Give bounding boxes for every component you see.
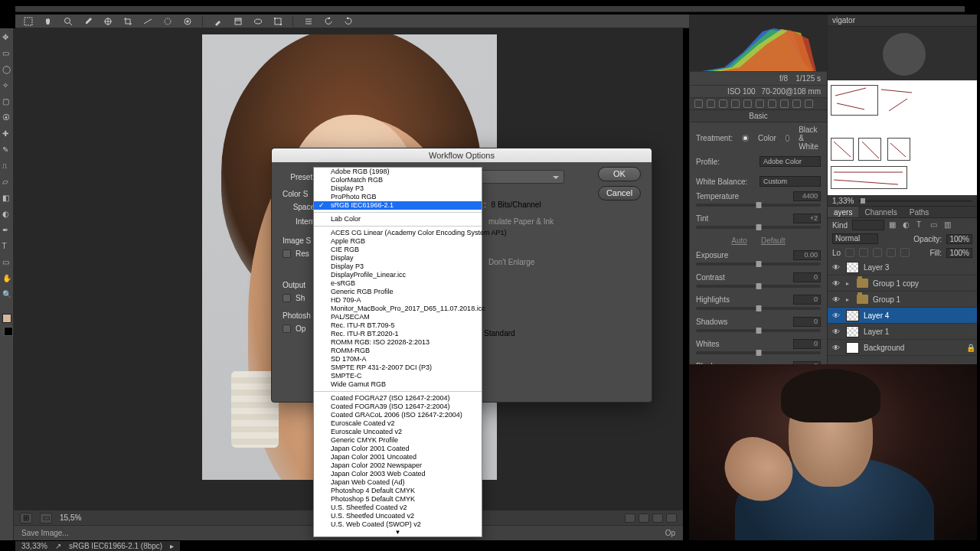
ok-button[interactable]: OK bbox=[598, 167, 641, 181]
dropdown-item[interactable]: Coated FOGRA39 (ISO 12647-2:2004) bbox=[314, 403, 482, 411]
contrast-value[interactable]: 0 bbox=[793, 272, 821, 282]
dropdown-item[interactable]: Coated FOGRA27 (ISO 12647-2:2004) bbox=[314, 394, 482, 403]
temperature-value[interactable]: 4400 bbox=[793, 191, 821, 201]
zoom-fit-icon[interactable]: ⊞ bbox=[20, 513, 32, 523]
layer-row[interactable]: 👁Layer 1 bbox=[828, 324, 977, 340]
rotate-cw-icon[interactable] bbox=[343, 16, 353, 26]
visibility-icon[interactable]: 👁 bbox=[831, 344, 841, 352]
layer-thumbnail[interactable] bbox=[846, 310, 859, 321]
resize-checkbox[interactable] bbox=[283, 249, 291, 258]
background-color-swatch[interactable] bbox=[4, 327, 13, 336]
dropdown-item[interactable]: Rec. ITU-R BT.2020-1 bbox=[314, 330, 482, 338]
treatment-bw-radio[interactable] bbox=[786, 135, 789, 142]
dropdown-item[interactable]: U.S. Sheetfed Coated v2 bbox=[314, 504, 482, 512]
blend-mode-select[interactable]: Normal bbox=[832, 233, 878, 244]
layer-thumbnail[interactable] bbox=[846, 326, 859, 337]
panel-tab-icons[interactable] bbox=[690, 98, 827, 110]
dropdown-item[interactable]: e-sRGB bbox=[314, 279, 482, 288]
amount-select[interactable]: Standard bbox=[484, 329, 515, 337]
shadows-value[interactable]: 0 bbox=[793, 317, 821, 327]
hand-tool-icon[interactable]: ✋ bbox=[2, 274, 11, 283]
layer-name[interactable]: Layer 1 bbox=[864, 328, 889, 336]
navigator-zoom-bar[interactable]: 1,33% bbox=[828, 195, 977, 206]
dropdown-item[interactable]: ProPhoto RGB bbox=[314, 193, 482, 201]
open-in-ps-checkbox[interactable] bbox=[283, 324, 291, 333]
view-before-after-h-icon[interactable] bbox=[639, 514, 649, 523]
dropdown-scroll-down-icon[interactable]: ▼ bbox=[314, 529, 482, 536]
view-before-after-v-icon[interactable] bbox=[652, 514, 663, 523]
exposure-value[interactable]: 0.00 bbox=[793, 250, 821, 260]
auto-link[interactable]: Auto bbox=[731, 236, 747, 245]
arrow-icon[interactable]: ↗ bbox=[55, 541, 61, 551]
temperature-slider[interactable] bbox=[696, 204, 821, 207]
layer-name[interactable]: Layer 3 bbox=[864, 263, 889, 272]
visibility-icon[interactable]: 👁 bbox=[831, 295, 841, 304]
redeye-icon[interactable] bbox=[182, 16, 192, 26]
sharpen-checkbox[interactable] bbox=[283, 294, 291, 302]
treatment-color-radio[interactable] bbox=[742, 135, 749, 142]
dropdown-item[interactable]: PAL/SECAM bbox=[314, 313, 482, 321]
color-space-dropdown[interactable]: Adobe RGB (1998)ColorMatch RGBDisplay P3… bbox=[313, 167, 482, 537]
whites-value[interactable]: 0 bbox=[793, 339, 821, 349]
dropdown-item[interactable]: Photoshop 4 Default CMYK bbox=[314, 487, 482, 495]
depth-select[interactable]: 8 Bits/Channel bbox=[492, 201, 541, 209]
open-image-button[interactable]: Op bbox=[665, 529, 675, 537]
dropdown-item[interactable]: sRGB IEC61966-2.1 bbox=[314, 201, 482, 210]
dropdown-item[interactable]: CIE RGB bbox=[314, 246, 482, 254]
crop-tool-icon[interactable]: ▢ bbox=[2, 97, 11, 106]
lock-transparent-icon[interactable] bbox=[845, 248, 854, 257]
layer-name[interactable]: Group 1 copy bbox=[873, 279, 919, 288]
contrast-slider[interactable] bbox=[696, 285, 821, 288]
dropdown-item[interactable]: Display bbox=[314, 254, 482, 262]
lock-position-icon[interactable] bbox=[873, 248, 882, 257]
filter-smart-icon[interactable]: ▥ bbox=[944, 220, 953, 230]
opacity-value[interactable]: 100% bbox=[946, 234, 972, 244]
chevron-right-icon[interactable]: ▸ bbox=[170, 541, 174, 551]
color-sampler-icon[interactable] bbox=[103, 16, 113, 26]
spot-removal-icon[interactable] bbox=[162, 16, 172, 26]
lock-artboard-icon[interactable] bbox=[887, 248, 896, 257]
kind-select[interactable] bbox=[852, 220, 884, 230]
dropdown-item[interactable]: Adobe RGB (1998) bbox=[314, 168, 482, 176]
layer-name[interactable]: Background bbox=[864, 344, 904, 352]
dropdown-item[interactable]: Display P3 bbox=[314, 184, 482, 193]
dropdown-item[interactable]: Generic RGB Profile bbox=[314, 288, 482, 296]
dropdown-item[interactable]: Wide Gamut RGB bbox=[314, 380, 482, 389]
pen-tool-icon[interactable]: ✒ bbox=[2, 226, 11, 235]
dropdown-item[interactable]: Japan Web Coated (Ad) bbox=[314, 478, 482, 487]
cancel-button[interactable]: Cancel bbox=[598, 186, 641, 201]
dropdown-item[interactable]: Monitor_MacBook_Pro_2017_D65_11.07.2018.… bbox=[314, 305, 482, 313]
visibility-icon[interactable]: 👁 bbox=[831, 279, 841, 288]
lock-pixels-icon[interactable] bbox=[859, 248, 868, 257]
lock-all-icon[interactable] bbox=[900, 248, 910, 257]
shape-tool-icon[interactable]: ▭ bbox=[2, 258, 11, 267]
paths-tab[interactable]: Paths bbox=[903, 207, 936, 217]
profile-select[interactable]: Adobe Color bbox=[760, 156, 821, 167]
dropdown-item[interactable]: Japan Color 2002 Newspaper bbox=[314, 461, 482, 470]
dropdown-item[interactable]: Coated GRACoL 2006 (ISO 12647-2:2004) bbox=[314, 411, 482, 419]
heal-tool-icon[interactable]: ✚ bbox=[2, 129, 11, 139]
dropdown-item[interactable]: SD 170M-A bbox=[314, 355, 482, 364]
whites-slider[interactable] bbox=[696, 351, 821, 354]
tint-slider[interactable] bbox=[696, 226, 821, 229]
move-tool-icon[interactable]: ✥ bbox=[2, 33, 11, 42]
graduated-filter-icon[interactable] bbox=[233, 16, 243, 26]
layer-row[interactable]: 👁▸Group 1 bbox=[828, 292, 977, 308]
dropdown-item[interactable]: Japan Color 2001 Coated bbox=[314, 445, 482, 453]
dropdown-item[interactable]: Japan Color 2001 Uncoated bbox=[314, 453, 482, 461]
dropdown-item[interactable]: Lab Color bbox=[314, 215, 482, 223]
rotate-ccw-icon[interactable] bbox=[323, 16, 333, 26]
tint-value[interactable]: +2 bbox=[793, 214, 821, 223]
dropdown-item[interactable]: Euroscale Uncoated v2 bbox=[314, 428, 482, 436]
straighten-icon[interactable] bbox=[142, 16, 152, 26]
stamp-tool-icon[interactable]: ⎍ bbox=[2, 161, 11, 171]
layer-row[interactable]: 👁Layer 3 bbox=[828, 259, 977, 276]
hand-icon[interactable] bbox=[43, 16, 53, 26]
dodge-tool-icon[interactable]: ◐ bbox=[2, 210, 11, 219]
layer-thumbnail[interactable] bbox=[846, 262, 859, 273]
dropdown-item[interactable]: Euroscale Coated v2 bbox=[314, 419, 482, 428]
dropdown-item[interactable]: U.S. Sheetfed Uncoated v2 bbox=[314, 512, 482, 520]
preferences-icon[interactable] bbox=[303, 16, 313, 26]
group-twisty-icon[interactable]: ▸ bbox=[846, 296, 852, 303]
zoom-icon[interactable] bbox=[63, 16, 73, 26]
